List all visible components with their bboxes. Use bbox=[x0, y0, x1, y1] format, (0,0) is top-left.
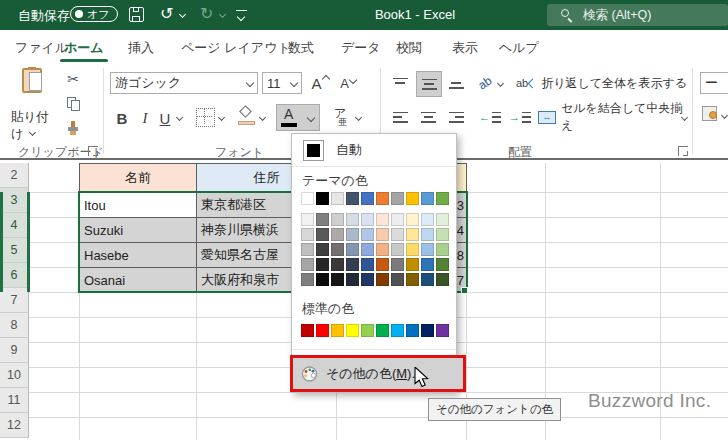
row-header[interactable]: 7 bbox=[0, 288, 29, 313]
color-swatch[interactable] bbox=[316, 258, 329, 271]
undo-dropdown-icon[interactable] bbox=[179, 11, 186, 18]
tab-review[interactable]: 校閲 bbox=[396, 39, 422, 57]
automatic-color-item[interactable]: 自動 bbox=[293, 137, 456, 163]
tab-file[interactable]: ファイル bbox=[15, 39, 68, 57]
number-format-combo[interactable]: ユーザ bbox=[700, 72, 728, 94]
color-swatch[interactable] bbox=[316, 228, 329, 241]
color-swatch[interactable] bbox=[406, 228, 419, 241]
color-swatch[interactable] bbox=[361, 192, 374, 205]
font-name-combo[interactable]: 游ゴシック bbox=[110, 72, 258, 94]
color-swatch[interactable] bbox=[406, 243, 419, 256]
color-swatch[interactable] bbox=[391, 324, 404, 337]
color-swatch[interactable] bbox=[376, 273, 389, 286]
table-cell[interactable]: Hasebe bbox=[80, 243, 197, 268]
color-swatch[interactable] bbox=[301, 213, 314, 226]
color-swatch[interactable] bbox=[361, 213, 374, 226]
color-swatch[interactable] bbox=[391, 273, 404, 286]
italic-button[interactable]: I bbox=[136, 106, 154, 130]
save-icon[interactable] bbox=[129, 7, 144, 22]
underline-dropdown-icon[interactable] bbox=[176, 114, 183, 121]
color-swatch[interactable] bbox=[316, 192, 329, 205]
table-cell[interactable]: Osanai bbox=[80, 268, 197, 293]
row-header[interactable]: 2 bbox=[0, 163, 29, 188]
align-left-icon[interactable] bbox=[388, 105, 412, 129]
underline-button[interactable]: U bbox=[156, 106, 174, 130]
color-swatch[interactable] bbox=[331, 213, 344, 226]
color-swatch[interactable] bbox=[301, 273, 314, 286]
color-swatch[interactable] bbox=[331, 273, 344, 286]
color-swatch[interactable] bbox=[361, 273, 374, 286]
cut-icon[interactable]: ✂ bbox=[62, 69, 84, 89]
color-swatch[interactable] bbox=[316, 213, 329, 226]
color-swatch[interactable] bbox=[421, 273, 434, 286]
search-box[interactable]: 検索 (Alt+Q) bbox=[547, 4, 728, 26]
color-swatch[interactable] bbox=[301, 228, 314, 241]
row-header[interactable]: 11 bbox=[0, 388, 29, 413]
paste-button[interactable]: 貼り付け bbox=[10, 68, 58, 140]
bold-button[interactable]: B bbox=[112, 106, 132, 130]
color-swatch[interactable] bbox=[376, 228, 389, 241]
row-header[interactable]: 4 bbox=[0, 213, 29, 238]
row-header[interactable]: 5 bbox=[0, 238, 29, 263]
color-swatch[interactable] bbox=[376, 192, 389, 205]
alignment-dialog-launcher-icon[interactable] bbox=[678, 146, 688, 156]
tab-view[interactable]: 表示 bbox=[452, 39, 478, 57]
color-swatch[interactable] bbox=[391, 213, 404, 226]
color-swatch[interactable] bbox=[391, 243, 404, 256]
more-colors-item[interactable]: その他の色(M)... bbox=[290, 355, 466, 392]
color-swatch[interactable] bbox=[346, 258, 359, 271]
align-middle-icon[interactable] bbox=[416, 71, 442, 97]
quick-access-customize-icon[interactable] bbox=[236, 10, 247, 11]
font-size-combo[interactable]: 11 bbox=[262, 72, 302, 94]
color-swatch[interactable] bbox=[316, 324, 329, 337]
borders-dropdown-icon[interactable] bbox=[218, 114, 225, 121]
table-cell[interactable]: Suzuki bbox=[80, 218, 197, 243]
color-swatch[interactable] bbox=[406, 213, 419, 226]
color-swatch[interactable] bbox=[301, 258, 314, 271]
color-swatch[interactable] bbox=[316, 243, 329, 256]
color-swatch[interactable] bbox=[331, 228, 344, 241]
header-cell-name[interactable]: 名前 bbox=[80, 164, 197, 193]
color-swatch[interactable] bbox=[406, 258, 419, 271]
color-swatch[interactable] bbox=[406, 192, 419, 205]
copy-icon[interactable] bbox=[62, 94, 84, 114]
color-swatch[interactable] bbox=[361, 324, 374, 337]
color-swatch[interactable] bbox=[376, 324, 389, 337]
borders-icon[interactable] bbox=[196, 108, 215, 127]
color-swatch[interactable] bbox=[406, 273, 419, 286]
align-right-icon[interactable] bbox=[444, 105, 468, 129]
decrease-indent-icon[interactable]: ← bbox=[478, 105, 502, 129]
color-swatch[interactable] bbox=[376, 258, 389, 271]
color-swatch[interactable] bbox=[406, 324, 419, 337]
color-swatch[interactable] bbox=[361, 258, 374, 271]
fill-handle[interactable] bbox=[461, 287, 468, 294]
row-header[interactable]: 8 bbox=[0, 313, 29, 338]
tab-page-layout[interactable]: ページ レイアウト bbox=[181, 39, 291, 57]
color-swatch[interactable] bbox=[421, 192, 434, 205]
clipboard-dialog-launcher-icon[interactable] bbox=[88, 146, 98, 156]
wrap-text-button[interactable]: ab 折り返して全体を表示する bbox=[516, 71, 692, 95]
row-header[interactable]: 9 bbox=[0, 338, 29, 363]
row-header[interactable]: 3 bbox=[0, 188, 29, 213]
row-header[interactable]: 12 bbox=[0, 413, 29, 438]
color-swatch[interactable] bbox=[376, 213, 389, 226]
color-swatch[interactable] bbox=[436, 243, 449, 256]
font-color-button[interactable]: A bbox=[276, 104, 320, 131]
color-swatch[interactable] bbox=[421, 243, 434, 256]
fill-color-dropdown-icon[interactable] bbox=[259, 114, 266, 121]
format-painter-icon[interactable] bbox=[62, 118, 84, 138]
color-swatch[interactable] bbox=[421, 228, 434, 241]
tab-data[interactable]: データ bbox=[341, 39, 381, 57]
decrease-font-size-icon[interactable]: A bbox=[336, 72, 360, 94]
row-header[interactable]: 10 bbox=[0, 363, 29, 388]
color-swatch[interactable] bbox=[331, 324, 344, 337]
tab-formulas[interactable]: 数式 bbox=[288, 39, 314, 57]
color-swatch[interactable] bbox=[346, 228, 359, 241]
active-cell[interactable]: Itou bbox=[80, 193, 197, 218]
color-swatch[interactable] bbox=[391, 192, 404, 205]
color-swatch[interactable] bbox=[316, 273, 329, 286]
color-swatch[interactable] bbox=[436, 228, 449, 241]
color-swatch[interactable] bbox=[346, 243, 359, 256]
color-swatch[interactable] bbox=[361, 228, 374, 241]
color-swatch[interactable] bbox=[331, 243, 344, 256]
